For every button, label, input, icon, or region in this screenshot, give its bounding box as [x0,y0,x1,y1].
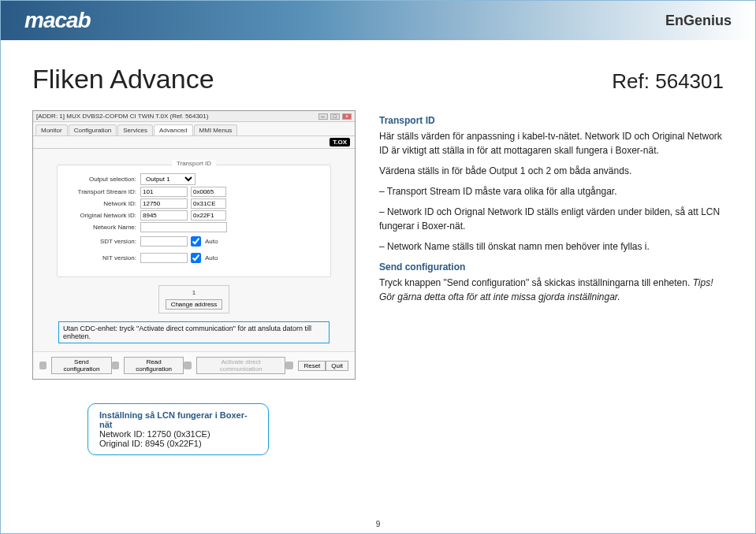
send-icon [39,362,47,369]
ts-id-hex[interactable] [191,187,226,197]
desc-l1: – Transport Stream ID måste vara olika f… [379,184,724,198]
ts-id-label: Transport Stream ID: [65,188,140,195]
desc-send-a: Tryck knappen "Send configuration" så sk… [379,277,693,288]
read-config-button[interactable]: Read configuration [124,357,184,374]
tab-advanced[interactable]: Advanced [154,124,193,135]
note-box: Utan CDC-enhet: tryck "Activate direct c… [58,321,330,343]
nit-auto-checkbox[interactable] [191,253,201,263]
close-icon[interactable]: × [342,113,352,120]
quit-button[interactable]: Quit [326,361,348,371]
net-name-label: Network Name: [65,224,140,231]
reset-button[interactable]: Reset [298,361,326,371]
change-address-box: 1 Change address [57,285,331,313]
page-number: 9 [376,520,381,528]
nit-input[interactable] [140,253,188,263]
desc-send-tips: Tips! [693,277,713,288]
tab-monitor[interactable]: Monitor [35,124,68,135]
sdt-input[interactable] [140,236,188,247]
tip-line2: Original ID: 8945 (0x22F1) [99,439,257,448]
nit-label: NIT version: [65,254,140,261]
tab-bar: Monitor Configuration Services Advanced … [33,122,355,136]
sdt-auto-label: Auto [205,238,218,245]
logo-macab: macab [24,8,91,33]
tip-title: Inställning så LCN fungerar i Boxer-nät [99,410,257,429]
reset-icon [285,362,293,369]
section-title-send: Send configuration [379,260,724,274]
desc-send-c: Gör gärna detta ofta för att inte missa … [379,291,620,302]
net-id-hex[interactable] [191,198,226,209]
logo-engenius: EnGenius [665,13,732,29]
link-icon [184,362,191,369]
minimize-icon[interactable]: – [318,113,328,120]
maximize-icon[interactable]: □ [330,113,340,120]
tip-box: Inställning så LCN fungerar i Boxer-nät … [88,403,269,455]
bottom-button-bar: Send configuration Read configuration Ac… [33,351,355,379]
tip-line1: Network ID: 12750 (0x31CE) [99,429,257,439]
panel-title: Transport ID [172,160,216,167]
description-column: Transport ID Här ställs värden för anpas… [379,110,724,380]
desc-l3: – Network Name ställs till önskat namn m… [379,239,724,254]
send-config-button[interactable]: Send configuration [51,357,111,374]
tab-mmi[interactable]: MMI Menus [194,124,238,135]
nit-auto-label: Auto [205,254,218,261]
orig-id-input[interactable] [140,210,188,221]
desc-p1: Här ställs värden för anpassning i kabel… [379,129,724,158]
sdt-auto-checkbox[interactable] [191,236,201,247]
sdt-label: SDT version: [65,238,140,245]
orig-id-hex[interactable] [191,210,226,221]
window-buttons: – □ × [318,113,352,120]
read-icon [112,362,119,369]
desc-l2: – Network ID och Orignal Network ID stäl… [379,205,724,233]
net-id-input[interactable] [140,198,188,209]
ts-id-input[interactable] [140,187,188,197]
net-name-input[interactable] [140,222,227,232]
window-titlebar: [ADDR: 1] MUX DVBS2-COFDM CI TWIN T.0X (… [33,111,355,122]
app-window: [ADDR: 1] MUX DVBS2-COFDM CI TWIN T.0X (… [32,110,356,380]
window-title: [ADDR: 1] MUX DVBS2-COFDM CI TWIN T.0X (… [36,113,208,120]
page-ref: Ref: 564301 [612,69,724,94]
desc-p2: Värdena ställs in för både Output 1 och … [379,164,724,178]
activate-button[interactable]: Activate direct communication [196,357,286,374]
transport-id-panel: Transport ID Output selection: Output 1 … [57,165,331,277]
tab-services[interactable]: Services [117,124,153,135]
section-title-transport: Transport ID [379,113,724,128]
tab-configuration[interactable]: Configuration [69,124,117,135]
page-title: Fliken Advance [32,64,214,95]
header-bar: macab EnGenius [1,1,755,40]
change-address-button[interactable]: Change address [166,299,223,310]
net-id-label: Network ID: [65,200,140,207]
orig-id-label: Original Network ID: [65,212,140,219]
output-select[interactable]: Output 1 [140,173,196,185]
tox-badge: T.OX [330,138,350,146]
address-value: 1 [166,289,223,296]
desc-send: Tryck knappen "Send configuration" så sk… [379,276,724,304]
output-select-label: Output selection: [65,176,140,183]
